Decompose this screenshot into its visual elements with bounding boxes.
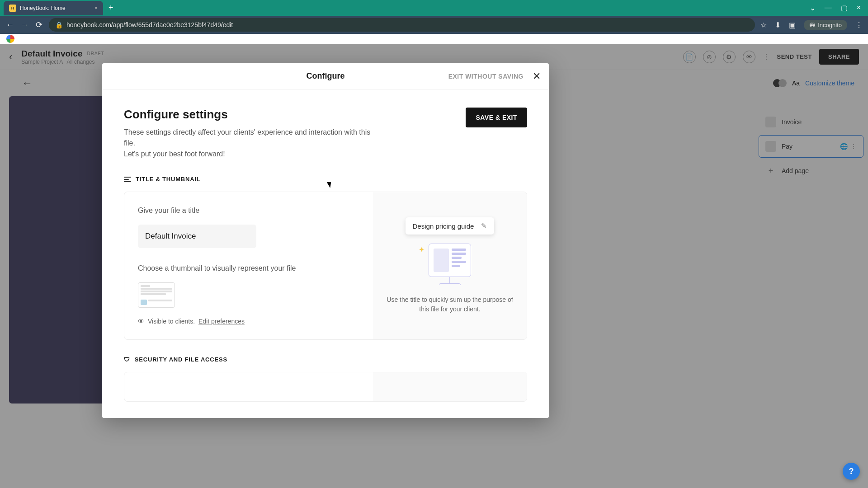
list-icon (124, 177, 131, 182)
chevron-down-icon[interactable]: ⌄ (810, 4, 816, 12)
exit-without-saving-button[interactable]: EXIT WITHOUT SAVING (448, 73, 524, 80)
tab-favicon: H (9, 5, 16, 12)
file-title-input[interactable] (138, 225, 256, 248)
download-icon[interactable]: ⬇ (775, 21, 781, 29)
lock-icon: 🔒 (55, 21, 63, 28)
section-title-thumbnail: TITLE & THUMBNAIL (124, 176, 527, 183)
help-label: ? (849, 467, 854, 476)
google-icon[interactable] (6, 35, 14, 43)
panel-icon[interactable]: ▣ (789, 21, 796, 29)
eye-icon: 👁 (138, 318, 144, 325)
pencil-icon[interactable]: ✎ (481, 222, 487, 230)
back-icon[interactable]: ← (5, 20, 14, 30)
incognito-chip[interactable]: 🕶 Incognito (804, 20, 847, 30)
section-security-label: SECURITY AND FILE ACCESS (135, 356, 227, 363)
title-thumbnail-card: Give your file a title Choose a thumbnai… (124, 192, 527, 340)
new-tab-button[interactable]: + (108, 3, 113, 13)
browser-tab[interactable]: H HoneyBook: Home × (4, 1, 103, 15)
preview-hint-text: Use the title to quickly sum up the purp… (387, 295, 513, 314)
url-text: honeybook.com/app/flow/655d7dae0e2be3125… (66, 21, 233, 28)
preview-title-chip: Design pricing guide ✎ (406, 217, 495, 235)
tab-close-icon[interactable]: × (94, 5, 98, 11)
preview-doc-illustration (429, 244, 471, 277)
edit-preferences-link[interactable]: Edit preferences (198, 318, 245, 325)
bookmark-star-icon[interactable]: ☆ (760, 21, 767, 29)
incognito-label: Incognito (818, 22, 842, 28)
thumbnail-field-label: Choose a thumbnail to visually represent… (138, 264, 359, 272)
incognito-icon: 🕶 (809, 22, 815, 28)
thumbnail-selector[interactable] (138, 282, 175, 308)
title-field-label: Give your file a title (138, 206, 359, 215)
reload-icon[interactable]: ⟳ (34, 20, 43, 30)
section-title-label: TITLE & THUMBNAIL (136, 176, 201, 183)
url-bar[interactable]: 🔒 honeybook.com/app/flow/655d7dae0e2be31… (49, 18, 755, 32)
close-window-icon[interactable]: × (857, 4, 861, 12)
save-exit-button[interactable]: SAVE & EXIT (466, 108, 527, 127)
settings-desc-2: Let's put your best foot forward! (124, 149, 377, 160)
sparkle-icon: ✦ (419, 245, 425, 254)
configure-modal: Configure EXIT WITHOUT SAVING ✕ Configur… (102, 63, 549, 418)
modal-title: Configure (307, 71, 345, 81)
visibility-text: Visible to clients. (148, 318, 195, 325)
maximize-icon[interactable]: ▢ (841, 4, 848, 12)
help-button[interactable]: ? (843, 463, 860, 480)
settings-desc-1: These settings directly affect your clie… (124, 127, 377, 149)
security-card (124, 372, 527, 402)
preview-chip-label: Design pricing guide (413, 222, 474, 230)
section-security: 🛡 SECURITY AND FILE ACCESS (124, 356, 527, 363)
minimize-icon[interactable]: — (825, 4, 832, 12)
forward-icon: → (20, 20, 29, 30)
settings-heading: Configure settings (124, 108, 377, 122)
shield-icon: 🛡 (124, 356, 130, 363)
menu-dots-icon[interactable]: ⋮ (855, 21, 863, 29)
tab-title: HoneyBook: Home (20, 5, 66, 11)
close-icon[interactable]: ✕ (533, 70, 541, 82)
